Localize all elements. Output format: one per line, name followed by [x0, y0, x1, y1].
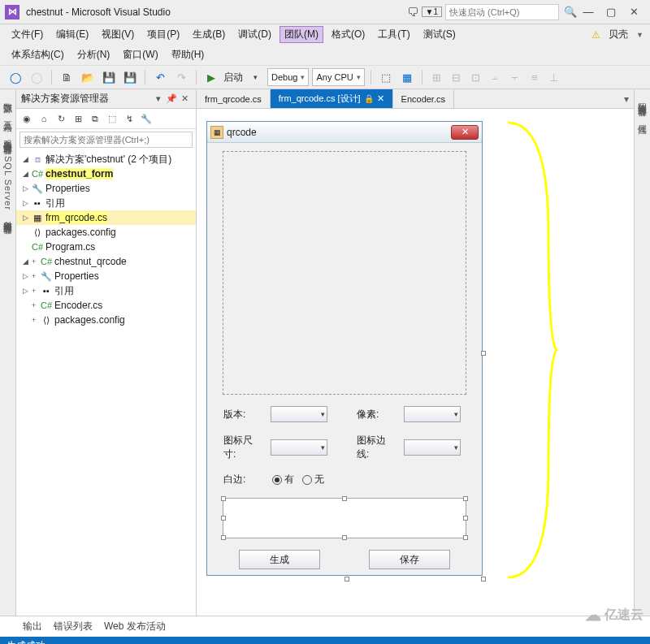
se-tool-2[interactable]: ↻ [54, 111, 68, 126]
minimize-button[interactable]: — [577, 3, 600, 21]
refs-node-2[interactable]: ▷+▪▪引用 [16, 283, 196, 298]
align-icon-4[interactable]: ⫠ [487, 68, 505, 86]
rail-sql-server[interactable]: SQL Server 对象资源管理器 [2, 153, 14, 223]
solution-search-input[interactable] [20, 132, 193, 148]
restore-button[interactable]: ▢ [600, 3, 622, 21]
frm-qrcode-node[interactable]: ▷▦frm_qrcode.cs [16, 210, 196, 225]
combo-pixel[interactable]: ▾ [404, 406, 461, 422]
new-project-icon[interactable]: 🗎 [58, 68, 76, 86]
align-icon-2[interactable]: ⊟ [448, 68, 466, 86]
se-tool-3[interactable]: ⊞ [71, 111, 85, 126]
tab-errors[interactable]: 错误列表 [54, 620, 93, 633]
menu-test[interactable]: 测试(S) [418, 26, 461, 43]
nav-fwd-icon[interactable]: ◯ [28, 68, 46, 86]
align-icon[interactable]: ⊞ [428, 68, 446, 86]
nav-back-icon[interactable]: ◯ [6, 68, 24, 86]
se-tool-5[interactable]: ⬚ [105, 111, 119, 126]
chevron-down-icon[interactable]: ▼ [636, 31, 644, 39]
rail-data-sources[interactable]: 数据源 [2, 93, 14, 102]
menu-view[interactable]: 视图(V) [97, 26, 139, 43]
se-tool-1[interactable]: ⌂ [37, 111, 51, 126]
menu-debug[interactable]: 调试(D) [233, 26, 276, 43]
notification-badge[interactable]: ▼1 [422, 6, 442, 17]
menu-arch[interactable]: 体系结构(C) [6, 46, 69, 63]
radio-no[interactable]: 无 [302, 473, 324, 486]
form-window[interactable]: ▦ qrcode ✕ 版本: ▾ 像素: ▾ [206, 121, 483, 576]
packages-node-2[interactable]: +⟨⟩packages.config [16, 313, 196, 327]
tool-icon-2[interactable]: ▦ [398, 68, 416, 86]
textbox-input[interactable] [223, 498, 466, 538]
form-designer[interactable]: ▦ qrcode ✕ 版本: ▾ 像素: ▾ [206, 121, 483, 580]
rail-server-explorer[interactable]: 服务器资源管理器 [2, 130, 14, 143]
menu-analyze[interactable]: 分析(N) [72, 46, 115, 63]
rail-team-explorer[interactable]: 团队资源管理器 [636, 93, 648, 105]
tab-frm-qrcode-design[interactable]: frm_qrcode.cs [设计]🔒✕ [271, 89, 393, 108]
menu-help[interactable]: 帮助(H) [167, 46, 210, 63]
menu-team[interactable]: 团队(M) [280, 26, 323, 43]
quicklaunch-input[interactable] [445, 4, 559, 20]
feedback-icon[interactable]: 🗨 [407, 6, 418, 19]
menu-project[interactable]: 项目(P) [142, 26, 184, 43]
project-node-2[interactable]: ◢+C#chestnut_qrcode [16, 254, 196, 269]
combo-iconsize[interactable]: ▾ [271, 439, 327, 456]
solution-node[interactable]: ◢⧈解决方案'chestnut' (2 个项目) [16, 152, 196, 166]
search-icon[interactable]: 🔍 [564, 6, 577, 18]
menu-window[interactable]: 窗口(W) [118, 46, 162, 63]
tab-output[interactable]: 输出 [23, 620, 42, 633]
packages-node-1[interactable]: ⟨⟩packages.config [16, 225, 196, 240]
align-icon-6[interactable]: ≡ [526, 68, 544, 86]
start-label[interactable]: 启动 [223, 71, 243, 84]
config-dropdown[interactable]: Debug▾ [267, 68, 309, 86]
start-dropdown[interactable]: ▾ [246, 68, 264, 86]
menu-tools[interactable]: 工具(T) [373, 26, 414, 43]
platform-dropdown[interactable]: Any CPU▾ [312, 68, 364, 86]
align-icon-5[interactable]: ⫟ [506, 68, 524, 86]
se-tool-4[interactable]: ⧉ [88, 111, 102, 126]
align-icon-7[interactable]: ⊥ [545, 68, 563, 86]
designer-canvas[interactable]: ▦ qrcode ✕ 版本: ▾ 像素: ▾ [197, 109, 634, 616]
solution-explorer-header: 解决方案资源管理器 ▾ 📌 ✕ [16, 89, 196, 109]
button-save[interactable]: 保存 [369, 550, 450, 569]
tab-webpublish[interactable]: Web 发布活动 [104, 620, 166, 633]
combo-iconborder[interactable]: ▾ [404, 439, 461, 456]
radio-yes[interactable]: 有 [272, 473, 294, 486]
tab-encoder-cs[interactable]: Encoder.cs [393, 89, 454, 108]
align-icon-3[interactable]: ⊡ [467, 68, 485, 86]
close-button[interactable]: ✕ [622, 3, 645, 21]
wrench-icon[interactable]: 🔧 [139, 111, 154, 126]
tab-overflow[interactable]: ▾ [619, 89, 634, 108]
save-icon[interactable]: 💾 [100, 68, 118, 86]
combo-version[interactable]: ▾ [271, 406, 327, 422]
panel-menu-icon[interactable]: ▾ [152, 93, 165, 106]
warning-icon[interactable]: ⚠ [592, 29, 600, 41]
menu-build[interactable]: 生成(B) [188, 26, 230, 43]
picturebox[interactable] [223, 151, 466, 395]
label-pixel: 像素: [357, 408, 397, 421]
panel-close-icon[interactable]: ✕ [178, 93, 191, 106]
project-node-1[interactable]: ◢C#chestnut_form [16, 166, 196, 181]
tab-close-icon[interactable]: ✕ [377, 93, 384, 104]
save-all-icon[interactable]: 💾 [121, 68, 139, 86]
program-node[interactable]: C#Program.cs [16, 240, 196, 254]
rail-toolbox[interactable]: 工具箱 [2, 111, 14, 120]
tool-icon-1[interactable]: ⬚ [377, 68, 395, 86]
properties-node-2[interactable]: ▷+🔧Properties [16, 269, 196, 283]
rail-properties[interactable]: 属性 [636, 115, 648, 123]
menu-edit[interactable]: 编辑(E) [51, 26, 93, 43]
open-icon[interactable]: 📂 [79, 68, 97, 86]
start-icon[interactable]: ▶ [202, 68, 220, 86]
tab-frm-qrcode-cs[interactable]: frm_qrcode.cs [197, 89, 271, 108]
home-icon[interactable]: ◉ [20, 111, 34, 126]
redo-icon[interactable]: ↷ [172, 68, 190, 86]
button-generate[interactable]: 生成 [239, 550, 320, 569]
form-close-button[interactable]: ✕ [451, 125, 479, 140]
menu-shell[interactable]: 贝壳 [604, 26, 633, 43]
refs-node-1[interactable]: ▷▪▪引用 [16, 196, 196, 210]
menu-file[interactable]: 文件(F) [6, 26, 48, 43]
properties-node-1[interactable]: ▷🔧Properties [16, 181, 196, 196]
encoder-node[interactable]: +C#Encoder.cs [16, 298, 196, 313]
menu-format[interactable]: 格式(O) [327, 26, 370, 43]
pin-icon[interactable]: 📌 [165, 93, 178, 106]
undo-icon[interactable]: ↶ [151, 68, 169, 86]
se-tool-6[interactable]: ↯ [122, 111, 136, 126]
